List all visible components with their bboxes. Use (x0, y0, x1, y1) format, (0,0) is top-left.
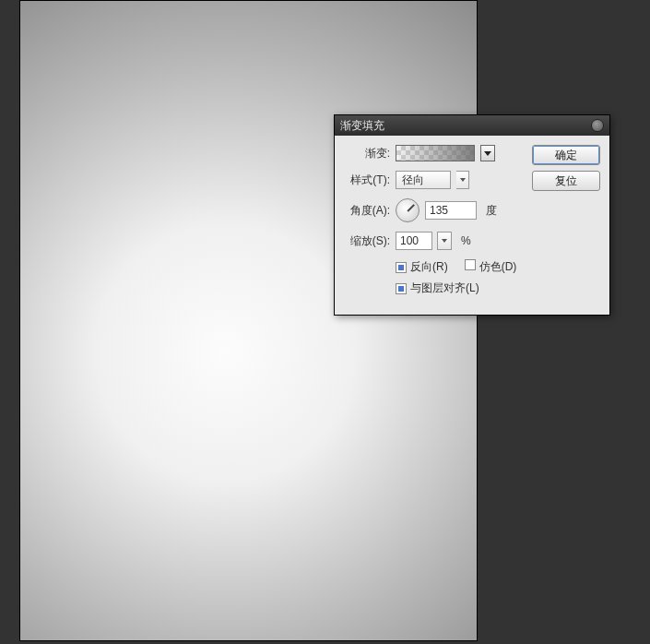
dither-checkbox-wrap[interactable]: 仿色(D) (465, 259, 517, 275)
reverse-label: 反向(R) (410, 260, 448, 273)
angle-dial[interactable] (396, 198, 420, 222)
angle-input[interactable]: 135 (425, 201, 477, 220)
dialog-titlebar[interactable]: 渐变填充 (335, 115, 609, 136)
angle-label: 角度(A): (344, 203, 390, 219)
dither-label: 仿色(D) (479, 260, 517, 273)
style-label: 样式(T): (344, 173, 390, 188)
align-checkbox-wrap[interactable]: 与图层对齐(L) (396, 280, 479, 296)
gradient-preview[interactable] (396, 145, 475, 161)
reset-button[interactable]: 复位 (532, 171, 600, 191)
gradient-fill-dialog: 渐变填充 渐变: 样式(T): 径向 角度(A): 135 (334, 114, 610, 316)
scale-unit: % (461, 234, 471, 247)
scale-stepper-icon[interactable] (437, 232, 452, 250)
scale-value: 100 (400, 234, 419, 247)
reverse-checkbox[interactable] (396, 262, 407, 273)
align-checkbox[interactable] (396, 283, 407, 294)
ok-button-label: 确定 (555, 148, 577, 163)
dialog-title: 渐变填充 (340, 118, 384, 134)
document-canvas[interactable] (19, 0, 478, 641)
dialog-content: 渐变: 样式(T): 径向 角度(A): 135 度 缩放(S (335, 136, 609, 315)
fields-column: 渐变: 样式(T): 径向 角度(A): 135 度 缩放(S (344, 145, 521, 302)
ok-button[interactable]: 确定 (532, 145, 600, 165)
style-value: 径向 (402, 173, 424, 188)
gradient-dropdown-icon[interactable] (480, 145, 495, 161)
reset-button-label: 复位 (555, 173, 577, 189)
align-label: 与图层对齐(L) (410, 281, 479, 294)
angle-unit: 度 (486, 203, 497, 219)
checkbox-group: 反向(R) 仿色(D) 与图层对齐(L) (396, 259, 521, 296)
style-select[interactable]: 径向 (396, 171, 451, 189)
scale-row: 缩放(S): 100 % (344, 232, 521, 250)
gradient-row: 渐变: (344, 145, 521, 161)
reverse-checkbox-wrap[interactable]: 反向(R) (396, 259, 448, 275)
angle-row: 角度(A): 135 度 (344, 198, 521, 222)
chevron-down-icon[interactable] (456, 171, 469, 189)
buttons-column: 确定 复位 (532, 145, 600, 302)
angle-value: 135 (430, 204, 448, 217)
close-icon[interactable] (591, 119, 604, 132)
scale-input[interactable]: 100 (396, 232, 432, 250)
scale-label: 缩放(S): (344, 233, 390, 249)
dither-checkbox[interactable] (465, 259, 476, 270)
style-row: 样式(T): 径向 (344, 171, 521, 189)
gradient-label: 渐变: (344, 146, 390, 161)
